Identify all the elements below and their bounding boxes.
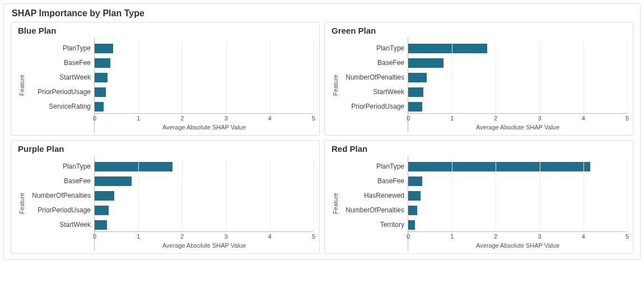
x-tick: 3 [538,115,542,122]
bar [95,176,132,186]
gridline [182,41,183,113]
y-axis-label: Feature [332,193,339,214]
gridline [584,159,584,231]
bar [408,73,427,82]
category-label: PlanType [27,41,94,55]
bar-chart: FeaturePlanTypeBaseFeeNumberOfPenaltiesS… [330,38,627,133]
y-axis-label: Feature [18,193,25,214]
x-tick: 4 [582,233,585,240]
x-tick: 5 [626,233,629,240]
x-tick: 3 [538,233,542,240]
category-label: BaseFee [340,55,408,70]
bar [95,73,108,82]
chart-panel: Purple PlanFeaturePlanTypeBaseFeeNumberO… [11,140,320,254]
category-label: StartWeek [340,85,408,99]
x-tick: 0 [93,115,96,122]
gridline [226,41,227,113]
bar [95,102,104,111]
chart-grid: Blue PlanFeaturePlanTypeBaseFeeStartWeek… [11,22,633,254]
x-axis-label: Average Absolute SHAP Value [408,124,627,131]
gridline [270,41,270,113]
category-label: PriorPeriodUsage [27,203,94,217]
bar [408,162,590,171]
x-tick: 1 [450,115,454,122]
gridline [540,159,540,231]
category-label: BaseFee [27,55,94,70]
x-tick: 0 [407,115,410,122]
x-axis-label: Average Absolute SHAP Value [95,124,314,131]
gridline [452,41,452,113]
x-tick: 4 [582,115,585,122]
panel-title: Red Plan [332,144,627,154]
chart-panel: Blue PlanFeaturePlanTypeBaseFeeStartWeek… [11,22,320,136]
bar [408,220,415,230]
category-label: PlanType [340,41,408,55]
category-label: PlanType [340,159,408,174]
gridline [584,41,584,113]
x-tick: 1 [137,233,140,240]
gridline [138,41,139,113]
gridline [496,41,496,113]
x-tick: 3 [225,233,228,240]
gridline [314,41,314,113]
x-tick: 5 [312,233,315,240]
plot-area: 012345Average Absolute SHAP Value [94,156,314,251]
panel-title: Purple Plan [18,144,314,154]
category-label: NumberOfPenalties [27,188,94,203]
plot-area: 012345Average Absolute SHAP Value [94,38,314,133]
bar [408,87,423,97]
x-tick: 3 [225,115,228,122]
x-tick: 2 [180,233,184,240]
category-label: NumberOfPenalties [340,70,408,85]
category-label: BaseFee [340,174,408,188]
bar-chart: FeaturePlanTypeBaseFeeStartWeekPriorPeri… [17,38,314,133]
gridline [496,159,496,231]
gridline [452,159,452,231]
gridline [270,159,270,231]
category-label: PriorPeriodUsage [340,99,408,114]
category-label: StartWeek [27,217,94,232]
x-tick: 1 [137,115,140,122]
bar [95,58,110,68]
chart-panel: Red PlanFeaturePlanTypeBaseFeeHasRenewed… [324,140,633,254]
gridline [627,41,628,113]
x-tick: 1 [450,233,454,240]
bar [408,58,444,68]
bar [95,206,109,215]
x-tick: 4 [268,233,272,240]
category-label: StartWeek [27,70,94,85]
x-axis-label: Average Absolute SHAP Value [95,242,314,249]
gridline [314,159,314,231]
x-tick: 5 [626,115,629,122]
gridline [138,159,139,231]
bar [408,102,422,111]
y-axis-label: Feature [18,75,25,96]
bar [95,162,172,171]
panel-title: Blue Plan [18,26,314,35]
plot-area: 012345Average Absolute SHAP Value [408,156,627,251]
gridline [540,41,540,113]
x-tick: 0 [407,233,410,240]
category-label: PlanType [27,159,94,174]
category-label: HasRenewed [340,188,408,203]
panel-title: Green Plan [332,26,627,35]
bar [408,206,417,215]
x-axis-label: Average Absolute SHAP Value [408,242,627,249]
bar [95,87,106,97]
plot-area: 012345Average Absolute SHAP Value [408,38,627,133]
category-label: PriorPeriodUsage [27,85,94,99]
x-tick: 5 [312,115,315,122]
x-tick: 2 [494,115,497,122]
x-tick: 2 [494,233,497,240]
chart-panel: Green PlanFeaturePlanTypeBaseFeeNumberOf… [324,22,633,136]
bar [408,176,422,186]
bar [95,44,113,53]
bar-chart: FeaturePlanTypeBaseFeeNumberOfPenaltiesP… [17,156,314,251]
bar [95,191,114,201]
y-axis-label: Feature [332,75,339,96]
category-label: Territory [340,217,408,232]
bar [95,220,107,230]
x-tick: 4 [268,115,272,122]
category-label: NumberOfPenalties [340,203,408,217]
dashboard-container: SHAP Importance by Plan Type Blue PlanFe… [3,3,641,260]
